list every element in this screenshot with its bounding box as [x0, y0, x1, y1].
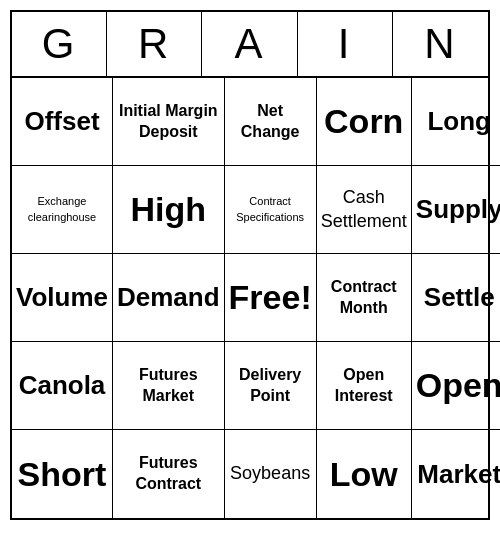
- bingo-cell-7[interactable]: Contract Specifications: [225, 166, 317, 254]
- header-letter-g: G: [12, 12, 107, 76]
- cell-text-13: Contract Month: [321, 277, 407, 319]
- bingo-cell-4[interactable]: Long: [412, 78, 500, 166]
- cell-text-1: Initial Margin Deposit: [117, 101, 220, 143]
- bingo-cell-8[interactable]: Cash Settlement: [317, 166, 412, 254]
- bingo-cell-10[interactable]: Volume: [12, 254, 113, 342]
- bingo-cell-19[interactable]: Open: [412, 342, 500, 430]
- cell-text-5: Exchange clearinghouse: [16, 194, 108, 225]
- bingo-cell-11[interactable]: Demand: [113, 254, 225, 342]
- cell-text-3: Corn: [324, 102, 403, 141]
- bingo-cell-18[interactable]: Open Interest: [317, 342, 412, 430]
- bingo-cell-14[interactable]: Settle: [412, 254, 500, 342]
- bingo-cell-20[interactable]: Short: [12, 430, 113, 518]
- bingo-cell-1[interactable]: Initial Margin Deposit: [113, 78, 225, 166]
- bingo-cell-21[interactable]: Futures Contract: [113, 430, 225, 518]
- cell-text-20: Short: [18, 455, 107, 494]
- bingo-grid: OffsetInitial Margin DepositNet ChangeCo…: [12, 78, 488, 518]
- bingo-cell-9[interactable]: Supply: [412, 166, 500, 254]
- bingo-cell-3[interactable]: Corn: [317, 78, 412, 166]
- cell-text-21: Futures Contract: [117, 453, 220, 495]
- cell-text-15: Canola: [19, 371, 106, 400]
- bingo-cell-23[interactable]: Low: [317, 430, 412, 518]
- bingo-card: GRAIN OffsetInitial Margin DepositNet Ch…: [10, 10, 490, 520]
- cell-text-22: Soybeans: [230, 462, 310, 485]
- cell-text-6: High: [131, 190, 207, 229]
- cell-text-7: Contract Specifications: [229, 194, 312, 225]
- bingo-cell-16[interactable]: Futures Market: [113, 342, 225, 430]
- bingo-cell-17[interactable]: Delivery Point: [225, 342, 317, 430]
- cell-text-11: Demand: [117, 283, 220, 312]
- header-letter-a: A: [202, 12, 297, 76]
- bingo-cell-2[interactable]: Net Change: [225, 78, 317, 166]
- cell-text-24: Market: [417, 460, 500, 489]
- bingo-cell-12[interactable]: Free!: [225, 254, 317, 342]
- bingo-cell-15[interactable]: Canola: [12, 342, 113, 430]
- bingo-header: GRAIN: [12, 12, 488, 78]
- bingo-cell-13[interactable]: Contract Month: [317, 254, 412, 342]
- cell-text-16: Futures Market: [117, 365, 220, 407]
- cell-text-9: Supply: [416, 195, 500, 224]
- cell-text-17: Delivery Point: [229, 365, 312, 407]
- cell-text-18: Open Interest: [321, 365, 407, 407]
- bingo-cell-5[interactable]: Exchange clearinghouse: [12, 166, 113, 254]
- header-letter-n: N: [393, 12, 488, 76]
- bingo-cell-22[interactable]: Soybeans: [225, 430, 317, 518]
- cell-text-4: Long: [427, 107, 491, 136]
- header-letter-i: I: [298, 12, 393, 76]
- bingo-cell-24[interactable]: Market: [412, 430, 500, 518]
- cell-text-2: Net Change: [229, 101, 312, 143]
- cell-text-23: Low: [330, 455, 398, 494]
- header-letter-r: R: [107, 12, 202, 76]
- cell-text-0: Offset: [24, 107, 99, 136]
- cell-text-14: Settle: [424, 283, 495, 312]
- cell-text-12: Free!: [229, 278, 312, 317]
- cell-text-10: Volume: [16, 283, 108, 312]
- bingo-cell-6[interactable]: High: [113, 166, 225, 254]
- cell-text-19: Open: [416, 366, 500, 405]
- cell-text-8: Cash Settlement: [321, 186, 407, 233]
- bingo-cell-0[interactable]: Offset: [12, 78, 113, 166]
